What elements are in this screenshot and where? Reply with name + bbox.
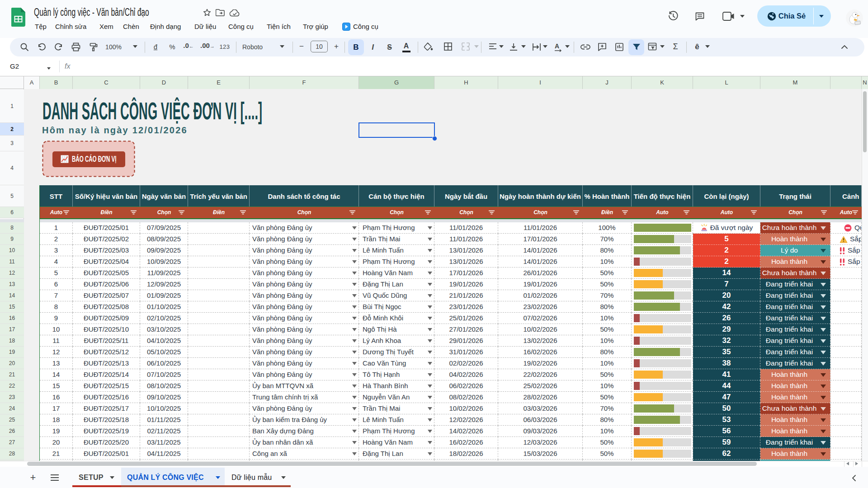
svg-text:A: A [555, 42, 559, 50]
